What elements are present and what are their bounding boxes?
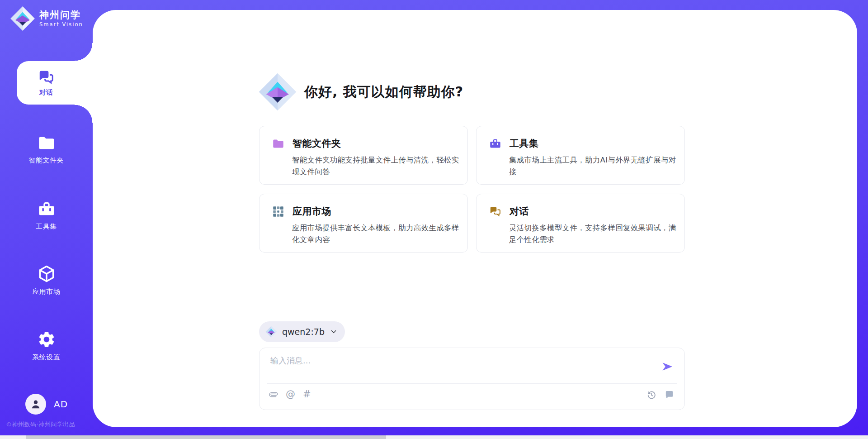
toolbox-icon bbox=[489, 138, 501, 150]
paperclip-icon[interactable] bbox=[269, 390, 278, 399]
sidebar-item-label: 应用市场 bbox=[33, 287, 61, 296]
card-description: 集成市场上主流工具，助力AI与外界无缝扩展与对接 bbox=[509, 154, 679, 177]
composer-divider bbox=[267, 383, 677, 384]
sidebar-item-app-market[interactable]: 应用市场 bbox=[0, 264, 93, 296]
card-title: 对话 bbox=[509, 205, 529, 218]
sidebar-item-settings[interactable]: 系统设置 bbox=[0, 330, 93, 362]
horizontal-scrollbar-track[interactable] bbox=[0, 435, 868, 439]
card-toolset[interactable]: 工具集 集成市场上主流工具，助力AI与外界无缝扩展与对接 bbox=[476, 126, 685, 185]
greeting-block: 你好, 我可以如何帮助你? bbox=[258, 72, 463, 111]
sidebar-item-smart-folder[interactable]: 智能文件夹 bbox=[0, 134, 93, 165]
card-chat[interactable]: 对话 灵活切换多模型文件，支持多样回复效果调试，满足个性化需求 bbox=[476, 194, 685, 253]
card-description: 灵活切换多模型文件，支持多样回复效果调试，满足个性化需求 bbox=[509, 222, 679, 245]
model-name: qwen2:7b bbox=[282, 327, 325, 337]
hash-icon[interactable]: # bbox=[303, 390, 311, 399]
card-description: 应用市场提供丰富长文本模板，助力高效生成多样化文章内容 bbox=[292, 222, 462, 245]
sidebar-item-label: 工具集 bbox=[36, 222, 57, 231]
card-title: 工具集 bbox=[509, 137, 539, 150]
model-selector[interactable]: qwen2:7b bbox=[259, 321, 345, 342]
user-profile[interactable]: AD bbox=[25, 394, 68, 415]
brand-subtitle: Smart Vision bbox=[39, 21, 83, 28]
gear-icon bbox=[37, 330, 56, 349]
send-icon bbox=[661, 360, 674, 373]
card-app-market[interactable]: 应用市场 应用市场提供丰富长文本模板，助力高效生成多样化文章内容 bbox=[259, 194, 468, 253]
cube-icon bbox=[37, 264, 56, 283]
message-composer: @ # bbox=[259, 348, 685, 410]
card-title: 应用市场 bbox=[292, 205, 331, 218]
sidebar-item-label: 对话 bbox=[39, 88, 53, 97]
card-title: 智能文件夹 bbox=[292, 137, 341, 150]
send-button[interactable] bbox=[661, 360, 675, 373]
folder-icon bbox=[272, 138, 284, 150]
sidebar-item-toolset[interactable]: 工具集 bbox=[0, 200, 93, 231]
history-icon[interactable] bbox=[646, 390, 656, 400]
grid-icon bbox=[272, 205, 284, 218]
sidebar: 神州问学 Smart Vision 对话 智能文件夹 bbox=[0, 0, 93, 439]
brand-logo: 神州问学 Smart Vision bbox=[10, 6, 83, 31]
brand-diamond-icon bbox=[10, 6, 35, 31]
copyright-text: ©神州数码·神州问学出品 bbox=[6, 420, 75, 429]
composer-right-icons bbox=[646, 390, 675, 400]
card-smart-folder[interactable]: 智能文件夹 智能文件夹功能支持批量文件上传与清洗，轻松实现文件问答 bbox=[259, 126, 468, 185]
chat-icon bbox=[489, 205, 501, 218]
sidebar-item-chat[interactable]: 对话 bbox=[17, 61, 93, 105]
greeting-title: 你好, 我可以如何帮助你? bbox=[304, 83, 463, 101]
brand-diamond-icon bbox=[258, 72, 297, 111]
chat-icon bbox=[38, 69, 55, 86]
message-input[interactable] bbox=[270, 355, 659, 377]
composer-left-icons: @ # bbox=[269, 390, 311, 399]
app-window: 你好, 我可以如何帮助你? 智能文件夹 智能文件夹功能支持批量文件上传与清洗，轻… bbox=[0, 0, 868, 439]
person-icon bbox=[29, 397, 42, 411]
sidebar-item-label: 系统设置 bbox=[33, 353, 61, 362]
avatar bbox=[25, 394, 46, 415]
main-content-panel: 你好, 我可以如何帮助你? 智能文件夹 智能文件夹功能支持批量文件上传与清洗，轻… bbox=[93, 10, 857, 427]
chevron-down-icon bbox=[330, 328, 338, 336]
horizontal-scrollbar-thumb[interactable] bbox=[26, 435, 386, 439]
card-description: 智能文件夹功能支持批量文件上传与清洗，轻松实现文件问答 bbox=[292, 154, 462, 177]
model-diamond-icon bbox=[265, 326, 277, 338]
folder-icon bbox=[38, 134, 56, 152]
at-icon[interactable]: @ bbox=[286, 390, 295, 399]
feature-cards: 智能文件夹 智能文件夹功能支持批量文件上传与清洗，轻松实现文件问答 工具集 集成… bbox=[259, 126, 685, 253]
user-initials: AD bbox=[54, 399, 68, 410]
sidebar-item-label: 智能文件夹 bbox=[29, 156, 64, 165]
brand-name: 神州问学 bbox=[39, 10, 83, 20]
message-icon[interactable] bbox=[664, 390, 675, 400]
toolbox-icon bbox=[38, 200, 56, 218]
